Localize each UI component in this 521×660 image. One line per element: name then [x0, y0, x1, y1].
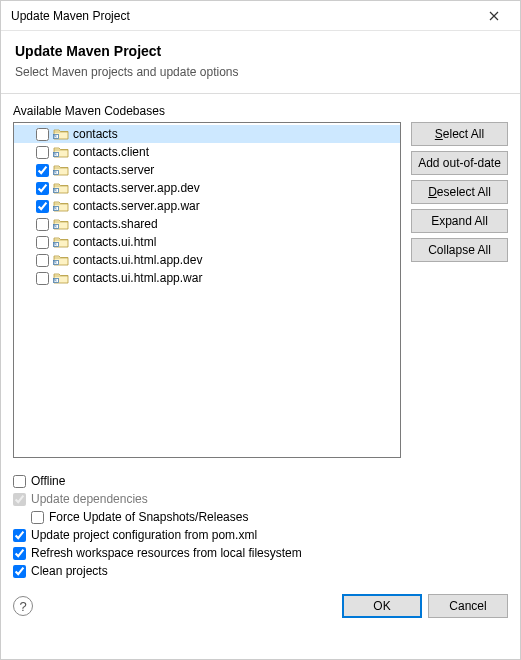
cancel-button[interactable]: Cancel	[428, 594, 508, 618]
option-clean-projects[interactable]: Clean projects	[13, 562, 508, 580]
codebases-tree[interactable]: McontactsMcontacts.clientMcontacts.serve…	[13, 122, 401, 458]
update-config-label: Update project configuration from pom.xm…	[31, 528, 257, 542]
project-checkbox[interactable]	[36, 272, 49, 285]
maven-project-icon: M	[53, 199, 69, 213]
tree-item[interactable]: Mcontacts.server	[14, 161, 400, 179]
project-label: contacts	[73, 127, 118, 141]
update-deps-checkbox	[13, 493, 26, 506]
project-checkbox[interactable]	[36, 182, 49, 195]
offline-checkbox[interactable]	[13, 475, 26, 488]
ok-button[interactable]: OK	[342, 594, 422, 618]
select-all-button[interactable]: Select All	[411, 122, 508, 146]
option-refresh-workspace[interactable]: Refresh workspace resources from local f…	[13, 544, 508, 562]
add-out-of-date-button[interactable]: Add out-of-date	[411, 151, 508, 175]
clean-proj-label: Clean projects	[31, 564, 108, 578]
dialog-title: Update Maven Project	[15, 43, 506, 59]
deselect-all-button[interactable]: Deselect All	[411, 180, 508, 204]
project-label: contacts.client	[73, 145, 149, 159]
help-button[interactable]: ?	[13, 596, 33, 616]
project-label: contacts.server.app.war	[73, 199, 200, 213]
force-update-checkbox[interactable]	[31, 511, 44, 524]
update-deps-label: Update dependencies	[31, 492, 148, 506]
tree-item[interactable]: Mcontacts.ui.html.app.war	[14, 269, 400, 287]
project-checkbox[interactable]	[36, 200, 49, 213]
maven-project-icon: M	[53, 271, 69, 285]
maven-project-icon: M	[53, 145, 69, 159]
project-checkbox[interactable]	[36, 236, 49, 249]
window-title: Update Maven Project	[11, 9, 474, 23]
project-label: contacts.server.app.dev	[73, 181, 200, 195]
maven-project-icon: M	[53, 163, 69, 177]
maven-project-icon: M	[53, 253, 69, 267]
close-icon	[489, 11, 499, 21]
tree-item[interactable]: Mcontacts.server.app.dev	[14, 179, 400, 197]
maven-project-icon: M	[53, 217, 69, 231]
update-config-checkbox[interactable]	[13, 529, 26, 542]
project-label: contacts.server	[73, 163, 154, 177]
project-label: contacts.shared	[73, 217, 158, 231]
tree-item[interactable]: Mcontacts.client	[14, 143, 400, 161]
tree-item[interactable]: Mcontacts	[14, 125, 400, 143]
project-label: contacts.ui.html.app.war	[73, 271, 202, 285]
tree-item[interactable]: Mcontacts.shared	[14, 215, 400, 233]
dialog-header: Update Maven Project Select Maven projec…	[1, 31, 520, 94]
tree-item[interactable]: Mcontacts.ui.html	[14, 233, 400, 251]
help-icon: ?	[19, 599, 26, 614]
option-update-dependencies: Update dependencies	[13, 490, 508, 508]
project-checkbox[interactable]	[36, 128, 49, 141]
option-offline[interactable]: Offline	[13, 472, 508, 490]
maven-project-icon: M	[53, 181, 69, 195]
dialog-subtitle: Select Maven projects and update options	[15, 65, 506, 79]
project-label: contacts.ui.html.app.dev	[73, 253, 202, 267]
tree-item[interactable]: Mcontacts.ui.html.app.dev	[14, 251, 400, 269]
option-force-update[interactable]: Force Update of Snapshots/Releases	[13, 508, 508, 526]
project-checkbox[interactable]	[36, 254, 49, 267]
project-label: contacts.ui.html	[73, 235, 156, 249]
titlebar: Update Maven Project	[1, 1, 520, 31]
refresh-ws-checkbox[interactable]	[13, 547, 26, 560]
codebases-label: Available Maven Codebases	[13, 104, 508, 118]
offline-label: Offline	[31, 474, 65, 488]
force-update-label: Force Update of Snapshots/Releases	[49, 510, 248, 524]
clean-proj-checkbox[interactable]	[13, 565, 26, 578]
maven-project-icon: M	[53, 235, 69, 249]
maven-project-icon: M	[53, 127, 69, 141]
tree-item[interactable]: Mcontacts.server.app.war	[14, 197, 400, 215]
collapse-all-button[interactable]: Collapse All	[411, 238, 508, 262]
expand-all-button[interactable]: Expand All	[411, 209, 508, 233]
option-update-config[interactable]: Update project configuration from pom.xm…	[13, 526, 508, 544]
project-checkbox[interactable]	[36, 164, 49, 177]
project-checkbox[interactable]	[36, 218, 49, 231]
close-button[interactable]	[474, 2, 514, 30]
project-checkbox[interactable]	[36, 146, 49, 159]
refresh-ws-label: Refresh workspace resources from local f…	[31, 546, 302, 560]
